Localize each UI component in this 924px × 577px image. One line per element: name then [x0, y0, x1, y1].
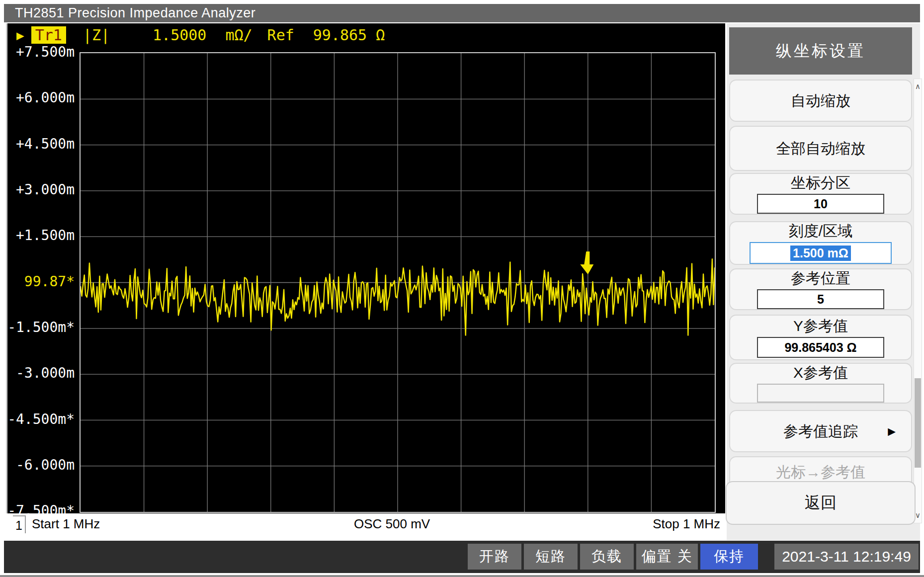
- x-reference-value-button[interactable]: X参考值: [729, 363, 912, 404]
- window-title: TH2851 Precision Impedance Analyzer: [15, 5, 255, 21]
- sidebar-scrollbar[interactable]: ∧ ∨: [914, 79, 922, 523]
- osc-level-label: OSC 500 mV: [354, 516, 430, 532]
- trace-scale-unit: mΩ/: [225, 26, 252, 44]
- scroll-thumb[interactable]: [915, 378, 921, 468]
- trace-plot: [81, 53, 715, 512]
- y-tick-label: +3.000m: [0, 181, 75, 198]
- y-reference-value-input[interactable]: 99.865403 Ω: [757, 337, 884, 358]
- clock-display: 2021-3-11 12:19:49: [774, 544, 919, 570]
- selected-text: 1.500 mΩ: [790, 246, 851, 261]
- window-edge: [0, 575, 924, 577]
- reference-tracking-button[interactable]: 参考值追踪 ►: [729, 410, 912, 452]
- y-tick-label: +1.500m: [0, 227, 75, 244]
- y-tick-label: +6.000m: [0, 89, 75, 106]
- open-correction-button[interactable]: 开路: [468, 544, 521, 570]
- short-correction-button[interactable]: 短路: [524, 544, 578, 570]
- y-reference-value-button[interactable]: Y参考值 99.865403 Ω: [729, 315, 912, 360]
- divisions-button[interactable]: 坐标分区 10: [729, 173, 912, 215]
- trace-selector-tr1[interactable]: Tr1: [31, 26, 66, 44]
- y-reference-label: 99.87*: [0, 273, 75, 290]
- panel-title: 纵坐标设置: [729, 27, 912, 75]
- y-tick-label: -6.000m: [0, 457, 75, 474]
- y-tick-label: +7.500m: [0, 44, 75, 61]
- sweep-info-strip: 1 Start 1 MHz OSC 500 mV Stop 1 MHz: [6, 513, 725, 539]
- bottom-toolbar: 开路 短路 负载 偏置 关 保持 2021-3-11 12:19:49: [4, 541, 920, 573]
- trace-scale-value: 1.5000: [153, 26, 206, 44]
- y-tick-label: +4.500m: [0, 136, 75, 153]
- trace-header: ▶ Tr1 |Z| 1.5000 mΩ/ Ref 99.865 Ω: [16, 26, 385, 44]
- scale-per-division-input[interactable]: 1.500 mΩ: [750, 242, 892, 264]
- y-tick-label: -1.500m*: [0, 319, 75, 336]
- x-reference-value-input[interactable]: [757, 384, 884, 403]
- load-correction-button[interactable]: 负载: [580, 544, 634, 570]
- scroll-up-button[interactable]: ∧: [914, 80, 922, 93]
- app-window: TH2851 Precision Impedance Analyzer ▶ Tr…: [0, 0, 924, 577]
- y-tick-label: -4.500m*: [0, 411, 75, 428]
- title-bar: TH2851 Precision Impedance Analyzer: [4, 4, 920, 22]
- y-tick-label: -3.000m: [0, 365, 75, 382]
- sweep-stop-label: Stop 1 MHz: [653, 516, 720, 532]
- vertical-axis-settings-panel: 纵坐标设置 自动缩放 全部自动缩放 坐标分区 10 刻度/区域 1.500 mΩ…: [727, 23, 920, 540]
- submenu-arrow-icon: ►: [885, 423, 898, 439]
- trace-ref-label: Ref: [267, 26, 294, 44]
- autoscale-all-button[interactable]: 全部自动缩放: [729, 126, 912, 171]
- active-trace-arrow-icon: ▶: [16, 28, 24, 43]
- sweep-start-label: Start 1 MHz: [32, 516, 100, 532]
- reference-position-input[interactable]: 5: [757, 289, 884, 309]
- scale-per-division-button[interactable]: 刻度/区域 1.500 mΩ: [729, 221, 912, 265]
- bias-off-button[interactable]: 偏置 关: [636, 544, 698, 570]
- hold-button[interactable]: 保持: [700, 544, 758, 570]
- reference-position-button[interactable]: 参考位置 5: [729, 268, 912, 310]
- autoscale-button[interactable]: 自动缩放: [729, 80, 912, 122]
- divisions-input[interactable]: 10: [757, 194, 884, 214]
- return-button[interactable]: 返回: [726, 481, 916, 525]
- trace-ref-value: 99.865 Ω: [313, 26, 385, 44]
- plot-area: [80, 52, 716, 513]
- trace-format: |Z|: [83, 26, 110, 44]
- measurement-screen: ▶ Tr1 |Z| 1.5000 mΩ/ Ref 99.865 Ω +7.500…: [6, 23, 725, 513]
- channel-indicator: 1: [13, 515, 26, 533]
- marker-arrow-icon: [580, 251, 593, 274]
